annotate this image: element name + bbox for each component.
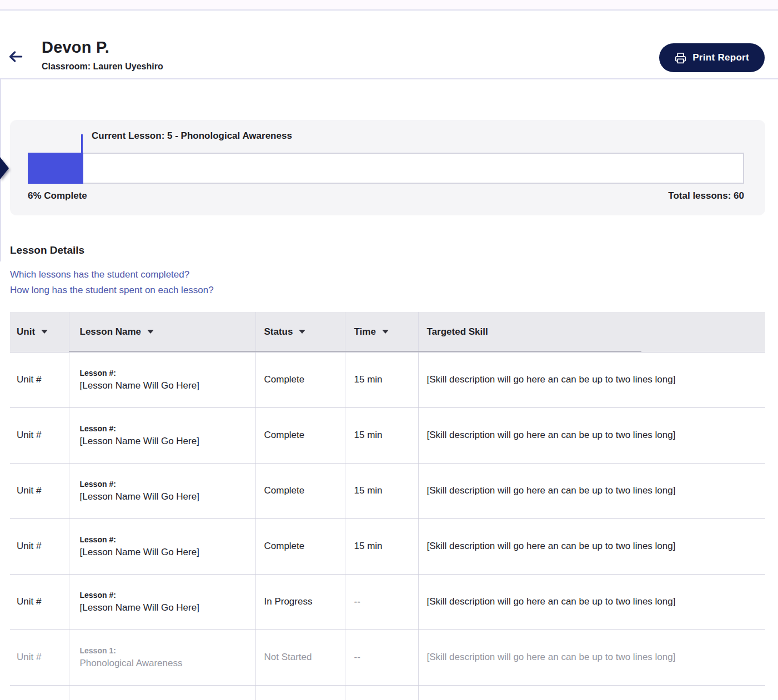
sort-caret-icon xyxy=(147,330,154,334)
lesson-name-cell: Lesson #:[Lesson Name Will Go Here] xyxy=(69,574,255,630)
progress-bar-fill xyxy=(28,153,83,184)
sort-caret-icon xyxy=(41,330,48,334)
lesson-table-body: Unit #Lesson #:[Lesson Name Will Go Here… xyxy=(10,352,765,700)
status-cell: Complete xyxy=(255,463,345,518)
table-row: Unit #Lesson #:[Lesson Name Will Go Here… xyxy=(10,518,765,574)
targeted-skill-cell: [Skill description will go here an can b… xyxy=(418,352,765,407)
column-header-targeted-skill: Targeted Skill xyxy=(418,312,765,352)
lesson-name-text: [Lesson Name Will Go Here] xyxy=(80,380,255,391)
current-lesson-label: Current Lesson: 5 - Phonological Awarene… xyxy=(92,130,292,142)
lesson-name-cell: Lesson #:[Lesson Name Will Go Here] xyxy=(69,407,255,463)
printer-icon xyxy=(675,52,686,64)
unit-cell: Unit # xyxy=(10,463,69,518)
unit-cell xyxy=(10,685,69,700)
lesson-name-cell xyxy=(69,685,255,700)
percent-complete-label: 6% Complete xyxy=(28,190,87,202)
total-lessons-label: Total lessons: 60 xyxy=(668,190,744,202)
lesson-name-text: [Lesson Name Will Go Here] xyxy=(80,491,255,502)
table-row: Unit #Lesson 1:Phonological AwarenessNot… xyxy=(10,630,765,685)
lesson-name-text: [Lesson Name Will Go Here] xyxy=(80,436,255,447)
time-cell xyxy=(345,685,418,700)
lesson-name-text: [Lesson Name Will Go Here] xyxy=(80,547,255,558)
targeted-skill-cell: [Skill description will go here an can b… xyxy=(418,518,765,574)
time-cell: -- xyxy=(345,630,418,685)
lesson-details-heading: Lesson Details xyxy=(10,244,84,256)
lesson-name-cell: Lesson 1:Phonological Awareness xyxy=(69,630,255,685)
lesson-number-label: Lesson #: xyxy=(80,424,255,433)
sort-caret-icon xyxy=(299,330,305,334)
current-lesson-marker xyxy=(81,134,83,153)
time-cell: 15 min xyxy=(345,518,418,574)
report-header: Devon P. Classroom: Lauren Uyeshiro Prin… xyxy=(0,12,778,79)
student-report-page: Devon P. Classroom: Lauren Uyeshiro Prin… xyxy=(0,0,778,700)
targeted-skill-cell: [Skill description will go here an can b… xyxy=(418,463,765,518)
lesson-number-label: Lesson #: xyxy=(80,591,255,600)
table-row: Unit #Lesson #:[Lesson Name Will Go Here… xyxy=(10,463,765,518)
unit-cell: Unit # xyxy=(10,518,69,574)
lesson-number-label: Lesson #: xyxy=(80,535,255,544)
status-cell: Not Started xyxy=(255,630,345,685)
time-cell: 15 min xyxy=(345,463,418,518)
progress-summary-card: Current Lesson: 5 - Phonological Awarene… xyxy=(10,120,765,215)
status-cell: In Progress xyxy=(255,574,345,630)
lesson-name-cell: Lesson #:[Lesson Name Will Go Here] xyxy=(69,463,255,518)
targeted-skill-cell: [Skill description will go here an can b… xyxy=(418,630,765,685)
targeted-skill-cell xyxy=(418,685,765,700)
print-report-label: Print Report xyxy=(692,52,749,63)
table-row: Unit #Lesson #:[Lesson Name Will Go Here… xyxy=(10,407,765,463)
progress-bar xyxy=(28,153,744,184)
column-header-status[interactable]: Status xyxy=(255,312,345,352)
progress-bar-footer: 6% Complete Total lessons: 60 xyxy=(28,190,744,202)
lesson-name-text: [Lesson Name Will Go Here] xyxy=(80,602,255,613)
title-block: Devon P. Classroom: Lauren Uyeshiro xyxy=(42,38,163,72)
table-row xyxy=(10,685,765,700)
table-row: Unit #Lesson #:[Lesson Name Will Go Here… xyxy=(10,574,765,630)
lesson-number-label: Lesson 1: xyxy=(80,646,255,655)
unit-cell: Unit # xyxy=(10,574,69,630)
unit-cell: Unit # xyxy=(10,407,69,463)
lesson-number-label: Lesson #: xyxy=(80,369,255,377)
time-cell: 15 min xyxy=(345,407,418,463)
column-header-time[interactable]: Time xyxy=(345,312,418,352)
unit-cell: Unit # xyxy=(10,630,69,685)
lesson-name-cell: Lesson #:[Lesson Name Will Go Here] xyxy=(69,518,255,574)
arrow-left-icon xyxy=(7,59,24,67)
status-cell: Complete xyxy=(255,407,345,463)
column-header-lesson-name[interactable]: Lesson Name xyxy=(69,312,255,352)
status-cell: Complete xyxy=(255,518,345,574)
lesson-name-cell: Lesson #:[Lesson Name Will Go Here] xyxy=(69,352,255,407)
sort-caret-icon xyxy=(382,330,389,334)
column-header-unit[interactable]: Unit xyxy=(10,312,69,352)
lesson-table-header: Unit Lesson Name Status Time Targeted Sk… xyxy=(10,312,765,352)
status-cell xyxy=(255,685,345,700)
question-link-lessons-completed[interactable]: Which lessons has the student completed? xyxy=(10,269,189,280)
table-header-underline xyxy=(69,351,641,352)
targeted-skill-cell: [Skill description will go here an can b… xyxy=(418,407,765,463)
back-button[interactable] xyxy=(6,47,26,67)
unit-cell: Unit # xyxy=(10,352,69,407)
lesson-name-text: Phonological Awareness xyxy=(80,658,255,669)
time-cell: 15 min xyxy=(345,352,418,407)
top-strip xyxy=(0,0,778,11)
print-report-button[interactable]: Print Report xyxy=(659,43,765,72)
lesson-number-label: Lesson #: xyxy=(80,480,255,489)
time-cell: -- xyxy=(345,574,418,630)
page-title: Devon P. xyxy=(42,38,163,57)
table-row: Unit #Lesson #:[Lesson Name Will Go Here… xyxy=(10,352,765,407)
targeted-skill-cell: [Skill description will go here an can b… xyxy=(418,574,765,630)
classroom-subtitle: Classroom: Lauren Uyeshiro xyxy=(42,62,163,72)
lesson-table: Unit Lesson Name Status Time Targeted Sk… xyxy=(10,312,765,700)
left-pointer-marker xyxy=(0,157,9,179)
status-cell: Complete xyxy=(255,352,345,407)
question-link-time-spent[interactable]: How long has the student spent on each l… xyxy=(10,285,214,296)
